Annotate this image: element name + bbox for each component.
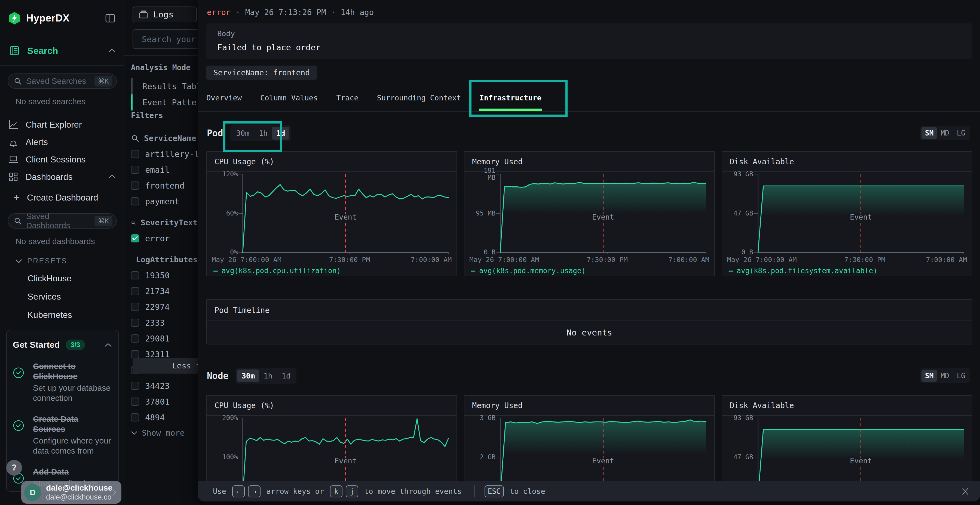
shortcut-badge: ⌘K bbox=[94, 76, 113, 87]
pod-size-md[interactable]: MD bbox=[937, 127, 953, 139]
filter-option[interactable]: 21734 bbox=[131, 285, 197, 297]
tab-column-values[interactable]: Column Values bbox=[260, 90, 318, 111]
pod-charts-row: CPU Usage (%)Event120%60%0%May 26 7:00:0… bbox=[206, 151, 972, 276]
preset-item-kubernetes[interactable]: Kubernetes bbox=[0, 310, 124, 320]
saved-searches-input[interactable]: Saved Searches ⌘K bbox=[8, 73, 117, 89]
chevron-up-icon[interactable] bbox=[108, 48, 116, 53]
source-select[interactable]: Logs bbox=[132, 6, 197, 22]
filter-option[interactable]: frontend bbox=[131, 179, 197, 192]
create-dashboard-button[interactable]: + Create Dashboard bbox=[0, 189, 124, 206]
filter-option[interactable]: 22974 bbox=[131, 301, 197, 313]
saved-dashboards-input[interactable]: Saved Dashboards ⌘K bbox=[8, 213, 117, 229]
presets-toggle[interactable]: PRESETS bbox=[0, 257, 124, 265]
tab-infrastructure[interactable]: Infrastructure bbox=[479, 90, 542, 111]
checkbox[interactable] bbox=[131, 350, 139, 358]
sidebar-collapse-icon[interactable] bbox=[105, 13, 116, 24]
pod-time-30m[interactable]: 30m bbox=[232, 127, 254, 140]
filter-group-severitytext[interactable]: SeverityText bbox=[131, 217, 197, 229]
tab-overview[interactable]: Overview bbox=[206, 90, 242, 111]
x-tick-label: May 26 7:00:00 AM bbox=[212, 256, 282, 264]
event-marker-label: Event bbox=[592, 213, 614, 221]
filter-option[interactable]: email bbox=[131, 164, 197, 176]
chart-title: CPU Usage (%) bbox=[207, 395, 457, 416]
y-tick-label: 191 MB bbox=[469, 167, 495, 181]
body-label: Body bbox=[217, 29, 961, 38]
filter-option[interactable]: 29081 bbox=[131, 332, 197, 345]
tab-surrounding-context[interactable]: Surrounding Context bbox=[377, 90, 462, 111]
filter-option[interactable]: 37801 bbox=[131, 395, 197, 408]
checkbox[interactable] bbox=[131, 271, 139, 279]
checkbox[interactable] bbox=[131, 319, 139, 327]
get-started-item[interactable]: Connect to ClickHouseSet up your databas… bbox=[13, 361, 112, 403]
user-menu[interactable]: D dale@clickhouse.com dale@clickhouse.co… bbox=[21, 481, 121, 503]
filter-group-logattributes[interactable]: LogAttributes bbox=[131, 254, 197, 265]
pod-size-lg[interactable]: LG bbox=[953, 127, 969, 139]
checkbox[interactable] bbox=[131, 303, 139, 311]
chart-plot: Event93 GB47 GB0 B bbox=[727, 172, 967, 254]
sidebar-item-alerts[interactable]: Alerts bbox=[0, 133, 124, 151]
help-button[interactable]: ? bbox=[6, 460, 22, 476]
checkbox[interactable] bbox=[131, 181, 139, 190]
checkbox[interactable] bbox=[131, 150, 139, 158]
chart-title: Disk Available bbox=[722, 152, 972, 172]
detail-tabs: OverviewColumn ValuesTraceSurrounding Co… bbox=[206, 90, 542, 111]
filter-option[interactable]: 4894 bbox=[131, 411, 197, 423]
checkbox[interactable] bbox=[131, 197, 139, 205]
analysis-mode-options: Results TableEvent Patterns bbox=[131, 78, 197, 110]
node-time-30m[interactable]: 30m bbox=[237, 370, 259, 382]
sidebar-item-client-sessions[interactable]: Client Sessions bbox=[0, 151, 124, 168]
pod-time-1d[interactable]: 1d bbox=[272, 127, 290, 140]
pod-time-range-control: 30m1h1d bbox=[230, 125, 291, 141]
search-icon bbox=[131, 219, 135, 227]
checkbox[interactable] bbox=[131, 287, 139, 295]
show-more-button[interactable]: Show more bbox=[131, 428, 197, 438]
event-search-input[interactable]: Search your events... bbox=[132, 29, 209, 49]
get-started-item[interactable]: Create Data SourcesConfigure where your … bbox=[13, 414, 112, 456]
filter-group-servicename[interactable]: ServiceName bbox=[131, 132, 197, 144]
checkbox[interactable] bbox=[131, 397, 139, 406]
chevron-right-icon bbox=[111, 488, 117, 497]
node-time-1d[interactable]: 1d bbox=[277, 370, 295, 382]
sidebar-item-search[interactable]: Search bbox=[0, 43, 124, 58]
pod-section-header: Pod 30m1h1d bbox=[207, 125, 291, 141]
checkbox[interactable] bbox=[131, 382, 139, 390]
checkbox-checked[interactable] bbox=[131, 234, 139, 243]
node-size-sm[interactable]: SM bbox=[921, 370, 937, 382]
sidebar-item-label: Client Sessions bbox=[25, 154, 116, 165]
user-org: dale@clickhouse.com's bbox=[46, 493, 111, 502]
filter-group-label: ServiceName bbox=[144, 133, 196, 143]
filter-option[interactable]: payment bbox=[131, 195, 197, 207]
event-timestamp: May 26 7:13:26 PM bbox=[245, 8, 326, 17]
checkbox[interactable] bbox=[131, 334, 139, 343]
chart-legend: —avg(k8s.pod.filesystem.available) bbox=[727, 264, 967, 275]
node-time-1h[interactable]: 1h bbox=[259, 370, 277, 382]
x-tick-label: 7:30:00 PM bbox=[329, 256, 370, 264]
event-marker-label: Event bbox=[592, 457, 614, 465]
filter-option[interactable]: error bbox=[131, 232, 197, 245]
y-tick-label: 120% bbox=[211, 171, 238, 178]
preset-item-services[interactable]: Services bbox=[0, 292, 124, 302]
analysis-mode-event-patterns[interactable]: Event Patterns bbox=[131, 94, 197, 110]
filter-option[interactable]: 34423 bbox=[131, 380, 197, 392]
get-started-item-title: Create Data Sources bbox=[33, 414, 112, 434]
sidebar-item-label: Search bbox=[27, 45, 108, 56]
sidebar-item-dashboards[interactable]: Dashboards bbox=[0, 168, 124, 186]
metric-chart-card-memory-used: Memory UsedEvent191 MB95 MB0 BMay 26 7:0… bbox=[464, 151, 714, 276]
node-size-md[interactable]: MD bbox=[937, 370, 953, 382]
checkbox[interactable] bbox=[131, 413, 139, 421]
checkbox[interactable] bbox=[131, 166, 139, 174]
service-name-tag[interactable]: ServiceName: frontend bbox=[206, 65, 317, 80]
pod-size-sm[interactable]: SM bbox=[921, 127, 937, 139]
tab-trace[interactable]: Trace bbox=[336, 90, 359, 111]
analysis-mode-results-table[interactable]: Results Table bbox=[131, 78, 197, 94]
preset-item-clickhouse[interactable]: ClickHouse bbox=[0, 273, 124, 284]
close-icon[interactable] bbox=[960, 486, 971, 497]
node-size-lg[interactable]: LG bbox=[953, 370, 969, 382]
no-events-text: No events bbox=[207, 321, 972, 344]
filter-option[interactable]: 19350 bbox=[131, 269, 197, 281]
pod-time-1h[interactable]: 1h bbox=[254, 127, 272, 140]
sidebar-item-chart-explorer[interactable]: Chart Explorer bbox=[0, 116, 124, 133]
chevron-up-icon[interactable] bbox=[104, 343, 112, 348]
filter-option[interactable]: artillery-load-gen bbox=[131, 148, 197, 160]
filter-option[interactable]: 2333 bbox=[131, 317, 197, 329]
